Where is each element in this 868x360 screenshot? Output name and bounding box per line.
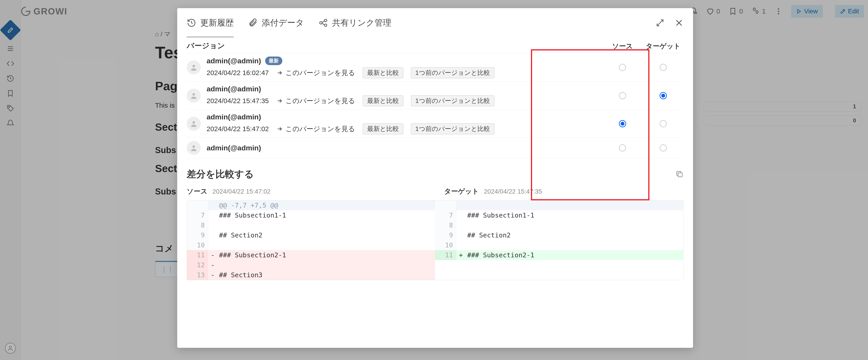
diff-line: 12-: [187, 260, 435, 270]
version-timestamp: 2024/04/22 15:47:35: [207, 97, 269, 105]
diff-line: 11-### Subsection2-1: [187, 250, 435, 260]
diff-target-label: ターゲット: [444, 187, 479, 196]
svg-point-10: [324, 19, 327, 22]
diff-hunk-header: @@ -7,7 +7,5 @@: [217, 200, 278, 210]
user-avatar-icon: [187, 89, 201, 103]
target-radio[interactable]: [659, 92, 667, 99]
tab-attachments-label: 添付データ: [262, 17, 304, 29]
latest-badge: 最新: [265, 57, 282, 65]
share-tab-icon: [318, 18, 328, 28]
version-user: admin(@admin): [207, 144, 261, 152]
diff-line: 7### Subsection1-1: [435, 210, 683, 220]
svg-point-9: [320, 22, 322, 24]
diff-viewer: @@ -7,7 +7,5 @@7### Subsection1-189## Se…: [187, 200, 684, 280]
compare-prev-button[interactable]: 1つ前のバージョンと比較: [411, 67, 494, 78]
tab-share-links-label: 共有リンク管理: [332, 17, 391, 29]
tab-history-label: 更新履歴: [200, 17, 234, 29]
svg-point-12: [192, 65, 195, 67]
diff-line: 13-## Section3: [187, 270, 435, 280]
version-user: admin(@admin): [207, 57, 261, 65]
version-timestamp: 2024/04/22 16:02:47: [207, 69, 269, 77]
user-avatar-icon: [187, 141, 201, 155]
history-modal: 更新履歴 添付データ 共有リンク管理 バージョン ソース ターゲット admin…: [177, 8, 693, 348]
version-header-label: バージョン: [187, 41, 225, 51]
diff-title: 差分を比較する: [187, 168, 254, 180]
target-radio[interactable]: [659, 144, 667, 151]
tab-attachments[interactable]: 添付データ: [248, 8, 304, 37]
diff-source-ts: 2024/04/22 15:47:02: [213, 188, 271, 195]
diff-line: 8: [187, 220, 435, 230]
diff-line: 10: [187, 240, 435, 250]
diff-line: 9## Section2: [187, 230, 435, 240]
diff-line: 11+### Subsection2-1: [435, 250, 683, 260]
tab-history[interactable]: 更新履歴: [187, 8, 234, 37]
close-modal-icon[interactable]: [675, 18, 684, 27]
view-version-link[interactable]: このバージョンを見る: [276, 96, 355, 106]
svg-point-15: [192, 145, 195, 148]
expand-modal-icon[interactable]: [655, 18, 664, 27]
target-radio[interactable]: [659, 64, 667, 71]
version-user: admin(@admin): [207, 113, 261, 121]
diff-source-label: ソース: [187, 187, 208, 196]
annotation-highlight: [531, 49, 649, 200]
diff-line: 10: [435, 240, 683, 250]
target-radio[interactable]: [659, 120, 667, 127]
version-user: admin(@admin): [207, 85, 261, 93]
compare-latest-button[interactable]: 最新と比較: [363, 67, 403, 78]
compare-latest-button[interactable]: 最新と比較: [363, 95, 403, 106]
history-tab-icon: [187, 18, 196, 28]
svg-point-13: [192, 93, 195, 95]
view-version-link[interactable]: このバージョンを見る: [276, 68, 355, 78]
user-avatar-icon: [187, 117, 201, 131]
compare-prev-button[interactable]: 1つ前のバージョンと比較: [411, 95, 494, 106]
diff-line: 9## Section2: [435, 230, 683, 240]
svg-point-14: [192, 121, 195, 123]
attachment-tab-icon: [248, 18, 258, 28]
version-timestamp: 2024/04/22 15:47:02: [207, 125, 269, 133]
compare-latest-button[interactable]: 最新と比較: [363, 123, 403, 134]
modal-tabs: 更新履歴 添付データ 共有リンク管理: [177, 8, 693, 37]
user-avatar-icon: [187, 60, 201, 74]
compare-prev-button[interactable]: 1つ前のバージョンと比較: [411, 123, 494, 134]
svg-rect-16: [678, 173, 682, 177]
tab-share-links[interactable]: 共有リンク管理: [318, 8, 391, 37]
copy-diff-icon[interactable]: [675, 170, 684, 178]
view-version-link[interactable]: このバージョンを見る: [276, 124, 355, 133]
diff-line: 8: [435, 220, 683, 230]
svg-point-11: [324, 24, 327, 26]
diff-line: 7### Subsection1-1: [187, 210, 435, 220]
